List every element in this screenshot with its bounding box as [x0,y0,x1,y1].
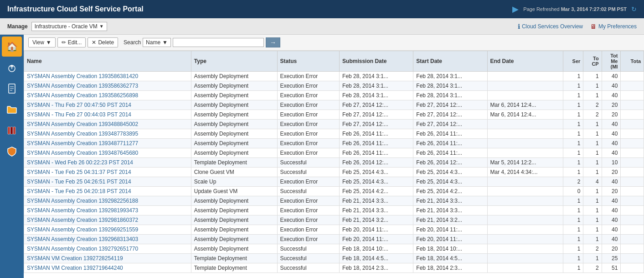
cell-name[interactable]: SYSMAN Assembly Creation 1393586381420 [24,72,191,81]
search-field-select[interactable]: Name ▼ [143,38,171,47]
cell-name[interactable]: SYSMAN - Tue Feb 25 04:31:37 PST 2014 [24,168,191,177]
cell-total-me: 25 [602,254,621,263]
toolbar: View ▼ ✏ Edit... ✕ Delete Search Name ▼ … [24,35,644,51]
sidebar-item-books[interactable] [2,121,22,141]
delete-button[interactable]: ✕ Delete [88,37,118,47]
table-row[interactable]: SYSMAN - Thu Feb 27 00:47:50 PST 2014Ass… [24,100,644,110]
cell-name[interactable]: SYSMAN Assembly Creation 1392968313403 [24,235,191,244]
cell-total [621,81,644,91]
search-input[interactable] [173,38,264,47]
cell-name[interactable]: SYSMAN Assembly Creation 1393487711277 [24,139,191,148]
cell-end-date [487,254,563,263]
table-row[interactable]: SYSMAN - Tue Feb 25 04:20:18 PST 2014Upd… [24,187,644,196]
cell-status: Execution Error [277,215,339,225]
chevron-down-icon: ▼ [46,39,52,46]
cell-total-me: 40 [602,72,621,81]
cell-submission-date: Feb 27, 2014 12:... [340,120,413,129]
table-row[interactable]: SYSMAN Assembly Creation 1392981993473As… [24,206,644,215]
cell-name[interactable]: SYSMAN VM Creation 1392728254119 [24,254,191,263]
cloud-services-overview-link[interactable]: ℹ Cloud Services Overview [518,23,583,30]
cell-name[interactable]: SYSMAN Assembly Creation 1393586256898 [24,91,191,100]
cell-total [621,235,644,244]
cell-submission-date: Feb 25, 2014 4:3... [340,177,413,187]
table-row[interactable]: SYSMAN Assembly Creation 1392968313403As… [24,235,644,244]
refresh-icon[interactable]: ↻ [631,5,637,13]
table-row[interactable]: SYSMAN Assembly Creation 1392981860372As… [24,215,644,225]
cell-end-date [487,120,563,129]
cell-end-date [487,215,563,225]
cell-name[interactable]: SYSMAN Assembly Creation 1392981860372 [24,215,191,225]
cell-submission-date: Feb 25, 2014 4:3... [340,168,413,177]
table-row[interactable]: SYSMAN Assembly Creation 1393488845002As… [24,120,644,129]
table-row[interactable]: SYSMAN - Tue Feb 25 04:26:51 PST 2014Sca… [24,177,644,187]
chevron-down-icon: ▼ [162,39,168,46]
table-row[interactable]: SYSMAN VM Creation 1392719644240Template… [24,263,644,273]
table-row[interactable]: SYSMAN Assembly Creation 1393487645680As… [24,148,644,158]
view-button[interactable]: View ▼ [28,37,56,47]
cell-status: Execution Error [277,110,339,120]
cell-end-date [487,81,563,91]
table-row[interactable]: SYSMAN VM Creation 1392728254119Template… [24,254,644,263]
sidebar-item-document[interactable] [2,79,22,99]
cell-submission-date: Feb 20, 2014 11:... [340,225,413,235]
cell-name[interactable]: SYSMAN Assembly Creation 1392792651770 [24,244,191,254]
my-preferences-link[interactable]: 🖥 My Preferences [590,23,637,30]
cell-name[interactable]: SYSMAN - Thu Feb 27 00:44:03 PST 2014 [24,110,191,120]
table-row[interactable]: SYSMAN Assembly Creation 1393487711277As… [24,139,644,148]
table-row[interactable]: SYSMAN Assembly Creation 1392982256188As… [24,196,644,206]
top-header: Infrastructure Cloud Self Service Portal… [0,0,644,18]
cell-name[interactable]: SYSMAN Assembly Creation 1392969251559 [24,225,191,235]
cell-name[interactable]: SYSMAN Assembly Creation 1392981993473 [24,206,191,215]
table-row[interactable]: SYSMAN Assembly Creation 1393487783895As… [24,129,644,139]
cell-type: Assembly Deployment [191,91,277,100]
table-row[interactable]: SYSMAN - Wed Feb 26 00:22:23 PST 2014Tem… [24,158,644,168]
manage-dropdown[interactable]: Infrastructure - Oracle VM ▼ [31,22,107,31]
cell-start-date: Feb 28, 2014 3:1... [413,91,487,100]
cell-ser: 1 [563,158,583,168]
cell-ser: 2 [563,177,583,187]
cell-name[interactable]: SYSMAN VM Creation 1392719644240 [24,263,191,273]
cell-total [621,215,644,225]
cell-to-cp: 1 [583,72,602,81]
cell-name[interactable]: SYSMAN Assembly Creation 1393487645680 [24,148,191,158]
cell-type: Template Deployment [191,263,277,273]
sidebar-item-folder[interactable] [2,100,22,120]
table-row[interactable]: SYSMAN Assembly Creation 1393586256898As… [24,91,644,100]
cell-to-cp: 2 [583,110,602,120]
cell-name[interactable]: SYSMAN Assembly Creation 1393586362773 [24,81,191,91]
table-row[interactable]: SYSMAN Assembly Creation 1392969251559As… [24,225,644,235]
cell-name[interactable]: SYSMAN Assembly Creation 1392982256188 [24,196,191,206]
cell-total-me: 40 [602,91,621,100]
cell-submission-date: Feb 25, 2014 4:2... [340,187,413,196]
sidebar-item-home[interactable]: 🏠 [2,37,22,57]
cell-name[interactable]: SYSMAN - Tue Feb 25 04:26:51 PST 2014 [24,177,191,187]
cell-total-me: 40 [602,225,621,235]
cell-to-cp: 1 [583,225,602,235]
table-row[interactable]: SYSMAN - Tue Feb 25 04:31:37 PST 2014Clo… [24,168,644,177]
cell-total [621,129,644,139]
cell-to-cp: 4 [583,177,602,187]
cell-name[interactable]: SYSMAN - Thu Feb 27 00:47:50 PST 2014 [24,100,191,110]
table-row[interactable]: SYSMAN Assembly Creation 1393586381420As… [24,72,644,81]
play-icon[interactable]: ▶ [512,4,519,14]
cell-name[interactable]: SYSMAN - Wed Feb 26 00:22:23 PST 2014 [24,158,191,168]
edit-button[interactable]: ✏ Edit... [57,37,86,47]
cell-total-me: 10 [602,158,621,168]
cell-submission-date: Feb 26, 2014 12:... [340,158,413,168]
sidebar-item-shield[interactable] [2,142,22,162]
cell-ser: 1 [563,139,583,148]
cell-submission-date: Feb 28, 2014 3:1... [340,72,413,81]
data-table-container[interactable]: Name Type Status Submission Date Start D… [24,51,644,278]
col-header-total: Tota [621,51,644,72]
cell-name[interactable]: SYSMAN Assembly Creation 1393488845002 [24,120,191,129]
cell-name[interactable]: SYSMAN Assembly Creation 1393487783895 [24,129,191,139]
table-row[interactable]: SYSMAN Assembly Creation 1392792651770As… [24,244,644,254]
search-go-button[interactable]: → [266,37,280,47]
table-row[interactable]: SYSMAN Assembly Creation 1393586362773As… [24,81,644,91]
cell-start-date: Feb 21, 2014 3:2... [413,215,487,225]
sidebar-item-cloud[interactable] [2,58,22,78]
cell-type: Update Guest VM [191,187,277,196]
cell-name[interactable]: SYSMAN - Tue Feb 25 04:20:18 PST 2014 [24,187,191,196]
cell-start-date: Feb 20, 2014 11:... [413,235,487,244]
table-row[interactable]: SYSMAN - Thu Feb 27 00:44:03 PST 2014Ass… [24,110,644,120]
